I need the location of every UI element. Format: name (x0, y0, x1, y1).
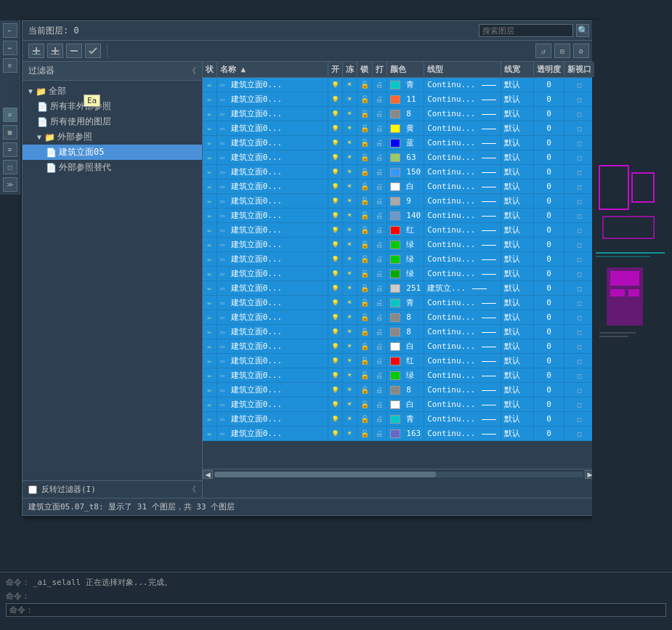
cell-name[interactable]: ▭ 建筑立面0... (217, 281, 328, 296)
cell-linewidth[interactable]: 默认 (501, 354, 534, 368)
cell-freeze[interactable]: ☀ (342, 310, 357, 325)
cell-name[interactable]: ▭ 建筑立面0... (217, 92, 328, 107)
cell-linewidth[interactable]: 默认 (501, 194, 534, 209)
cell-freeze[interactable]: ☀ (342, 121, 357, 136)
cell-linewidth[interactable]: 默认 (501, 136, 534, 150)
cell-linetype[interactable]: Continu... (424, 92, 501, 107)
invert-filter-checkbox[interactable] (28, 485, 37, 494)
cell-trans[interactable]: 0 (534, 368, 564, 383)
cell-freeze[interactable]: ☀ (342, 296, 357, 310)
cell-linetype[interactable]: Continu... (424, 252, 501, 267)
cell-freeze[interactable]: ☀ (342, 107, 357, 121)
table-row[interactable]: ✏ ▭ 建筑立面0... 💡 ☀ 🔓 🖨 黄 Con (203, 121, 595, 136)
table-row[interactable]: ✏ ▭ 建筑立面0... 💡 ☀ 🔓 🖨 白 Con (203, 397, 595, 412)
cell-linetype[interactable]: Continu... (424, 412, 501, 427)
cell-print[interactable]: 🖨 (372, 223, 386, 238)
cell-on[interactable]: 💡 (328, 310, 342, 325)
cell-lock[interactable]: 🔓 (357, 92, 372, 107)
cell-linewidth[interactable]: 默认 (501, 412, 534, 427)
cell-freeze[interactable]: ☀ (342, 238, 357, 252)
table-row[interactable]: ✏ ▭ 建筑立面0... 💡 ☀ 🔓 🖨 青 Con (203, 296, 595, 310)
cell-color[interactable]: 白 (386, 339, 424, 354)
cell-trans[interactable]: 0 (534, 92, 564, 107)
cell-freeze[interactable]: ☀ (342, 223, 357, 238)
cell-name[interactable]: ▭ 建筑立面0... (217, 383, 328, 397)
cell-name[interactable]: ▭ 建筑立面0... (217, 427, 328, 441)
cell-lock[interactable]: 🔓 (357, 267, 372, 281)
cell-print[interactable]: 🖨 (372, 209, 386, 223)
tree-item-non-external[interactable]: 📄 所有非外部参照 (23, 99, 202, 114)
sidebar-gear-icon[interactable]: ⚙ (3, 58, 17, 73)
delete-layer-button[interactable] (66, 44, 82, 58)
cell-linewidth[interactable]: 默认 (501, 209, 534, 223)
cell-linetype[interactable]: Continu... (424, 296, 501, 310)
cell-print[interactable]: 🖨 (372, 165, 386, 179)
cell-color[interactable]: 青 (386, 296, 424, 310)
cell-color[interactable]: 8 (386, 107, 424, 121)
cell-print[interactable]: 🖨 (372, 427, 386, 441)
cell-print[interactable]: 🖨 (372, 281, 386, 296)
cell-lock[interactable]: 🔓 (357, 150, 372, 165)
cell-on[interactable]: 💡 (328, 107, 342, 121)
cell-freeze[interactable]: ☀ (342, 267, 357, 281)
cell-lock[interactable]: 🔓 (357, 397, 372, 412)
table-row[interactable]: ✏ ▭ 建筑立面0... 💡 ☀ 🔓 🖨 11 Co (203, 92, 595, 107)
cell-name[interactable]: ▭ 建筑立面0... (217, 296, 328, 310)
cell-name[interactable]: ▭ 建筑立面0... (217, 194, 328, 209)
h-scroll-left[interactable]: ◀ (203, 470, 213, 479)
table-row[interactable]: ✏ ▭ 建筑立面0... 💡 ☀ 🔓 🖨 140 C (203, 209, 595, 223)
cell-freeze[interactable]: ☀ (342, 92, 357, 107)
cell-freeze[interactable]: ☀ (342, 194, 357, 209)
tree-item-used[interactable]: 📄 所有使用的图层 (23, 114, 202, 129)
cell-trans[interactable]: 0 (534, 107, 564, 121)
cell-on[interactable]: 💡 (328, 296, 342, 310)
cell-on[interactable]: 💡 (328, 150, 342, 165)
table-row[interactable]: ✏ ▭ 建筑立面0... 💡 ☀ 🔓 🖨 白 Con (203, 179, 595, 194)
cell-linetype[interactable]: Continu... (424, 427, 501, 441)
cell-lock[interactable]: 🔓 (357, 354, 372, 368)
table-row[interactable]: ✏ ▭ 建筑立面0... 💡 ☀ 🔓 🖨 163 C (203, 427, 595, 441)
cell-linetype[interactable]: Continu... (424, 397, 501, 412)
table-row[interactable]: ✏ ▭ 建筑立面0... 💡 ☀ 🔓 🖨 绿 Con (203, 238, 595, 252)
cell-color[interactable]: 163 (386, 427, 424, 441)
cell-trans[interactable]: 0 (534, 412, 564, 427)
cell-linewidth[interactable]: 默认 (501, 325, 534, 339)
cell-linewidth[interactable]: 默认 (501, 310, 534, 325)
cell-on[interactable]: 💡 (328, 325, 342, 339)
cell-print[interactable]: 🖨 (372, 92, 386, 107)
table-scroll-area[interactable]: 状 名称 ▲ 开 冻 锁 打 颜色 线型 线宽 透明度 新视口 (203, 62, 595, 469)
cell-name[interactable]: ▭ 建筑立面0... (217, 150, 328, 165)
cell-color[interactable]: 绿 (386, 252, 424, 267)
table-row[interactable]: ✏ ▭ 建筑立面0... 💡 ☀ 🔓 🖨 红 Con (203, 223, 595, 238)
cell-print[interactable]: 🖨 (372, 325, 386, 339)
cell-trans[interactable]: 0 (534, 223, 564, 238)
filter-collapse-button[interactable]: 《 (188, 65, 196, 76)
cell-name[interactable]: ▭ 建筑立面0... (217, 368, 328, 383)
cell-on[interactable]: 💡 (328, 427, 342, 441)
cell-name[interactable]: ▭ 建筑立面0... (217, 267, 328, 281)
horizontal-scrollbar[interactable]: ◀ ▶ (203, 469, 595, 479)
cell-on[interactable]: 💡 (328, 267, 342, 281)
cell-linetype[interactable]: Continu... (424, 150, 501, 165)
cell-name[interactable]: ▭ 建筑立面0... (217, 252, 328, 267)
cell-linetype[interactable]: Continu... (424, 267, 501, 281)
tree-item-all[interactable]: ▼ 📁 全部 (23, 84, 202, 99)
cell-color[interactable]: 140 (386, 209, 424, 223)
cell-print[interactable]: 🖨 (372, 397, 386, 412)
cell-lock[interactable]: 🔓 (357, 368, 372, 383)
table-row[interactable]: ✏ ▭ 建筑立面0... 💡 ☀ 🔓 🖨 绿 Con (203, 252, 595, 267)
cell-linetype[interactable]: Continu... (424, 339, 501, 354)
cell-name[interactable]: ▭ 建筑立面0... (217, 397, 328, 412)
cell-color[interactable]: 蓝 (386, 136, 424, 150)
cell-on[interactable]: 💡 (328, 238, 342, 252)
cell-linewidth[interactable]: 默认 (501, 78, 534, 92)
cell-color[interactable]: 8 (386, 310, 424, 325)
cell-lock[interactable]: 🔓 (357, 383, 372, 397)
cell-linetype[interactable]: Continu... (424, 209, 501, 223)
cell-linewidth[interactable]: 默认 (501, 427, 534, 441)
cell-lock[interactable]: 🔓 (357, 252, 372, 267)
cell-trans[interactable]: 0 (534, 121, 564, 136)
cell-color[interactable]: 黄 (386, 121, 424, 136)
tree-item-external-ref[interactable]: ▼ 📁 外部参照 (23, 129, 202, 145)
cell-print[interactable]: 🖨 (372, 383, 386, 397)
